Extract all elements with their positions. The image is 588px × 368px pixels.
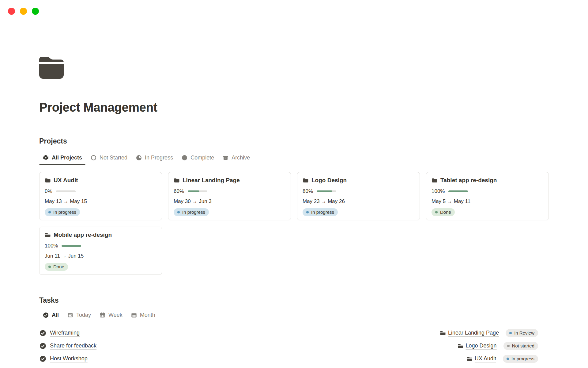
page-folder-icon[interactable] (39, 56, 64, 79)
project-name: Tablet app re-design (440, 177, 497, 184)
tasks-tab-all[interactable]: All (39, 312, 62, 322)
folder-icon (432, 177, 438, 183)
project-card-mobile-app-re-design[interactable]: Mobile app re-design100%Jun 11 → Jun 15D… (39, 227, 162, 275)
tasks-tab-month[interactable]: Month (127, 312, 159, 322)
status-label: In progress (311, 208, 334, 216)
calendar-today-icon (67, 312, 74, 318)
progress-bar (56, 190, 76, 192)
project-link[interactable]: UX Audit (475, 355, 496, 362)
project-link[interactable]: Linear Landing Page (448, 330, 499, 336)
progress-bar-fill (317, 190, 332, 192)
progress-row: 100% (432, 188, 543, 194)
projects-tab-in-progress[interactable]: In Progress (132, 155, 176, 165)
task-row-host-workshop: Host WorkshopUX AuditIn progress (39, 352, 549, 365)
window-controls (8, 8, 39, 15)
page: Project Management Projects All Projects… (0, 56, 588, 365)
task-row-share-for-feedback: Share for feedbackLogo DesignNot started (39, 339, 549, 352)
progress-row: 60% (174, 188, 285, 194)
projects-tab-archive[interactable]: Archive (219, 155, 253, 165)
task-check-icon[interactable] (39, 342, 47, 350)
project-card-logo-design[interactable]: Logo Design80%May 23 → May 26In progress (297, 172, 420, 220)
project-dates: May 5 → May 11 (432, 198, 543, 205)
projects-tabs: All ProjectsNot StartedIn ProgressComple… (39, 155, 549, 165)
task-row-meta: Logo DesignNot started (458, 342, 538, 350)
status-label: Done (53, 263, 64, 271)
task-link[interactable]: Host Workshop (50, 355, 88, 362)
task-list: WireframingLinear Landing PageIn ReviewS… (39, 327, 549, 365)
status-dot-icon (177, 211, 180, 213)
task-check-icon[interactable] (39, 329, 47, 337)
status-dot-icon (306, 211, 309, 213)
tasks-section: Tasks AllTodayWeekMonth WireframingLinea… (39, 296, 549, 365)
status-dot-icon (507, 345, 510, 347)
calendar-month-icon (131, 312, 137, 318)
task-link[interactable]: Wireframing (50, 330, 80, 336)
tasks-tab-today[interactable]: Today (64, 312, 94, 322)
status-label: In progress (511, 355, 534, 363)
tasks-tab-week[interactable]: Week (96, 312, 126, 322)
folder-icon (45, 232, 51, 238)
tab-label: Week (108, 312, 123, 318)
progress-percent: 100% (45, 243, 58, 249)
tab-label: Not Started (100, 155, 127, 161)
status-badge: In progress (174, 208, 209, 216)
project-card-linear-landing-page[interactable]: Linear Landing Page60%May 30 → Jun 3In p… (168, 172, 291, 220)
tasks-heading: Tasks (39, 296, 549, 304)
project-card-ux-audit[interactable]: UX Audit0%May 13 → May 15In progress (39, 172, 162, 220)
calendar-week-icon (99, 312, 106, 318)
project-name: Linear Landing Page (183, 177, 240, 184)
tab-label: All Projects (52, 155, 82, 161)
status-badge: In progress (45, 208, 80, 216)
minimize-window-button[interactable] (20, 8, 27, 15)
tab-label: Archive (232, 155, 250, 161)
project-name: Mobile app re-design (54, 232, 112, 238)
status-dot-icon (507, 358, 509, 360)
project-dates: May 23 → May 26 (303, 198, 414, 205)
project-card-tablet-app-re-design[interactable]: Tablet app re-design100%May 5 → May 11Do… (426, 172, 549, 220)
folder-icon (45, 177, 51, 183)
task-row-meta: UX AuditIn progress (466, 355, 538, 363)
circle-progress-icon (136, 155, 142, 161)
progress-row: 80% (303, 188, 414, 194)
project-name: Logo Design (311, 177, 347, 184)
folder-icon (458, 343, 464, 349)
task-row-meta: Linear Landing PageIn Review (440, 329, 538, 337)
status-label: Not started (512, 342, 534, 350)
progress-percent: 100% (432, 188, 445, 194)
projects-tab-all-projects[interactable]: All Projects (39, 155, 85, 165)
project-dates: May 30 → Jun 3 (174, 198, 285, 205)
progress-bar-fill (448, 190, 468, 192)
progress-bar-fill (62, 245, 81, 247)
tab-label: In Progress (145, 155, 173, 161)
folder-icon (174, 177, 180, 183)
status-label: Done (440, 208, 451, 216)
status-label: In Review (514, 329, 534, 337)
zoom-window-button[interactable] (32, 8, 39, 15)
task-check-icon[interactable] (39, 355, 47, 362)
project-card-title: Tablet app re-design (432, 177, 543, 184)
status-label: In progress (53, 208, 76, 216)
status-dot-icon (435, 211, 438, 213)
project-link[interactable]: Logo Design (466, 343, 497, 349)
progress-bar-fill (188, 190, 199, 192)
page-title[interactable]: Project Management (39, 100, 549, 114)
projects-tab-complete[interactable]: Complete (178, 155, 217, 165)
tab-label: Month (140, 312, 155, 318)
tab-label: All (52, 312, 59, 318)
close-window-button[interactable] (8, 8, 15, 15)
task-row-wireframing: WireframingLinear Landing PageIn Review (39, 327, 549, 339)
status-badge: Done (45, 263, 68, 271)
project-card-title: Linear Landing Page (174, 177, 285, 184)
project-name: UX Audit (54, 177, 78, 184)
circle-filled-icon (181, 155, 188, 161)
progress-bar (62, 245, 81, 247)
projects-tab-not-started[interactable]: Not Started (87, 155, 131, 165)
task-link[interactable]: Share for feedback (50, 343, 96, 349)
circle-outline-icon (90, 155, 97, 161)
check-circle-icon (43, 312, 49, 318)
projects-section: Projects All ProjectsNot StartedIn Progr… (39, 137, 549, 275)
progress-row: 100% (45, 243, 156, 249)
projects-card-grid: UX Audit0%May 13 → May 15In progressLine… (39, 172, 549, 275)
project-card-title: UX Audit (45, 177, 156, 184)
progress-percent: 0% (45, 188, 52, 194)
